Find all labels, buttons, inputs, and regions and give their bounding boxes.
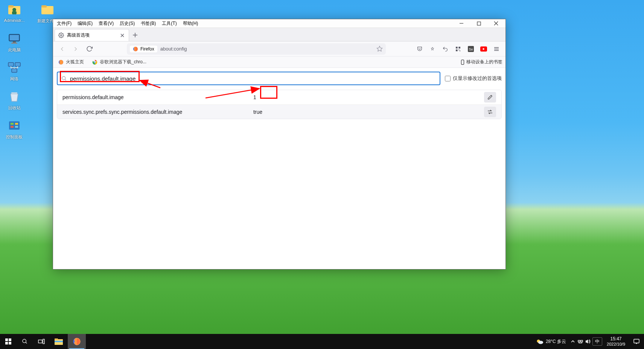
desktop-icon-recycle-bin[interactable]: 回收站 — [3, 90, 26, 111]
url-bar[interactable]: Firefox about:config — [127, 43, 386, 55]
taskbar-app-firefox[interactable] — [68, 334, 86, 349]
identity-label: Firefox — [140, 46, 154, 52]
pref-toggle-button[interactable] — [484, 107, 496, 117]
bookmark-chrome-download[interactable]: 谷歌浏览器下载_chro... — [90, 58, 149, 66]
recycle-bin-icon — [8, 90, 21, 104]
config-search-input[interactable] — [70, 75, 436, 82]
tab-close-button[interactable] — [119, 32, 126, 39]
tray-network-icon[interactable] — [577, 334, 584, 349]
back-button[interactable] — [56, 43, 68, 55]
taskbar-app-file-explorer[interactable] — [50, 334, 68, 349]
extension-pin-icon[interactable] — [426, 43, 438, 55]
task-view-button[interactable] — [33, 334, 50, 349]
task-view-icon — [38, 339, 45, 344]
svg-rect-17 — [11, 126, 14, 128]
svg-rect-20 — [477, 22, 481, 25]
menu-edit[interactable]: 编辑(E) — [75, 20, 96, 28]
tray-volume-icon[interactable] — [584, 334, 592, 349]
svg-rect-61 — [55, 338, 58, 340]
chevron-up-icon — [571, 339, 575, 344]
bookmark-label: 谷歌浏览器下载_chro... — [100, 59, 146, 65]
svg-rect-5 — [41, 5, 47, 8]
start-button[interactable] — [0, 334, 17, 349]
gear-icon — [58, 32, 64, 38]
svg-rect-1 — [8, 5, 14, 8]
svg-line-57 — [26, 342, 27, 343]
pref-row[interactable]: permissions.default.image 1 — [57, 90, 501, 104]
network-tray-icon — [578, 339, 583, 344]
network-icon — [8, 61, 21, 75]
svg-point-2 — [12, 8, 16, 12]
desktop: Administr... 新建文件夹 此电脑 网络 — [0, 0, 644, 349]
svg-rect-69 — [634, 339, 639, 343]
pref-row[interactable]: services.sync.prefs.sync.permissions.def… — [57, 104, 501, 119]
svg-rect-12 — [12, 69, 17, 72]
tab-bar: 高级首选项 — [53, 28, 505, 41]
taskbar-clock[interactable]: 15:47 2022/10/9 — [603, 336, 629, 347]
desktop-icon-label: 此电脑 — [8, 47, 21, 53]
close-button[interactable] — [487, 19, 505, 28]
selenium-ide-icon[interactable]: Se — [465, 43, 477, 55]
menu-view[interactable]: 查看(V) — [96, 20, 117, 28]
youtube-icon[interactable] — [478, 43, 490, 55]
svg-rect-58 — [38, 340, 42, 343]
only-modified-input[interactable] — [445, 76, 451, 81]
taskbar-weather[interactable]: 28°C 多云 — [533, 338, 569, 345]
pref-edit-button[interactable] — [484, 92, 496, 103]
save-to-pocket-button[interactable] — [414, 43, 426, 55]
menu-file[interactable]: 文件(F) — [54, 20, 75, 28]
tab-about-config[interactable]: 高级首选项 — [55, 29, 129, 41]
file-explorer-icon — [55, 338, 63, 345]
maximize-button[interactable] — [470, 19, 487, 28]
desktop-icon-this-pc[interactable]: 此电脑 — [3, 32, 26, 53]
about-config-page: 仅显示修改过的首选项 permissions.default.image 1 — [53, 68, 505, 269]
hamburger-menu-button[interactable] — [490, 43, 502, 55]
menu-tools[interactable]: 工具(T) — [159, 20, 180, 28]
menubar: 文件(F) 编辑(E) 查看(V) 历史(S) 书签(B) 工具(T) 帮助(H… — [53, 19, 505, 28]
mobile-icon — [460, 60, 465, 65]
desktop-icon-control-panel[interactable]: 控制面板 — [3, 119, 26, 140]
undo-icon[interactable] — [439, 43, 451, 55]
taskbar-search-button[interactable] — [17, 334, 33, 349]
svg-rect-31 — [458, 47, 460, 49]
desktop-icon-administrator[interactable]: Administr... — [3, 3, 26, 24]
desktop-icon-label: 控制面板 — [6, 134, 23, 140]
svg-rect-30 — [456, 47, 458, 49]
firefox-icon — [58, 60, 64, 65]
forward-button[interactable] — [70, 43, 82, 55]
desktop-icon-network[interactable]: 网络 — [3, 61, 26, 82]
menu-bookmarks[interactable]: 书签(B) — [138, 20, 159, 28]
svg-rect-16 — [15, 123, 18, 125]
ime-indicator[interactable]: 中 — [592, 337, 602, 346]
weather-icon — [536, 338, 544, 344]
config-search-box[interactable] — [57, 72, 440, 85]
mobile-bookmarks-label: 移动设备上的书签 — [466, 59, 502, 65]
toolbar-right: Se — [414, 43, 502, 55]
tray-chevron-up[interactable] — [569, 334, 577, 349]
computer-icon — [8, 32, 21, 46]
svg-marker-68 — [586, 340, 588, 344]
mobile-bookmarks[interactable]: 移动设备上的书签 — [460, 59, 502, 65]
svg-rect-9 — [11, 43, 17, 44]
pref-value: 1 — [253, 94, 444, 100]
only-modified-checkbox[interactable]: 仅显示修改过的首选项 — [445, 75, 502, 82]
svg-rect-8 — [13, 41, 16, 43]
desktop-icons-area: Administr... 新建文件夹 此电脑 网络 — [3, 3, 59, 140]
reload-button[interactable] — [83, 43, 95, 55]
svg-rect-13 — [11, 92, 17, 94]
action-center-button[interactable] — [629, 334, 644, 349]
minimize-button[interactable] — [453, 19, 470, 28]
bookmark-label: 火狐主页 — [66, 59, 84, 65]
bookmark-firefox-home[interactable]: 火狐主页 — [56, 58, 86, 66]
new-tab-button[interactable] — [129, 29, 141, 41]
svg-rect-66 — [578, 340, 580, 342]
bookmark-star-button[interactable] — [376, 46, 383, 52]
menu-help[interactable]: 帮助(H) — [180, 20, 201, 28]
menu-history[interactable]: 历史(S) — [117, 20, 138, 28]
search-icon — [61, 76, 67, 81]
svg-rect-53 — [9, 338, 11, 341]
identity-box[interactable]: Firefox — [130, 46, 157, 52]
clock-date: 2022/10/9 — [607, 342, 625, 347]
toggle-arrows-icon — [487, 109, 493, 115]
qr-icon[interactable] — [452, 43, 464, 55]
